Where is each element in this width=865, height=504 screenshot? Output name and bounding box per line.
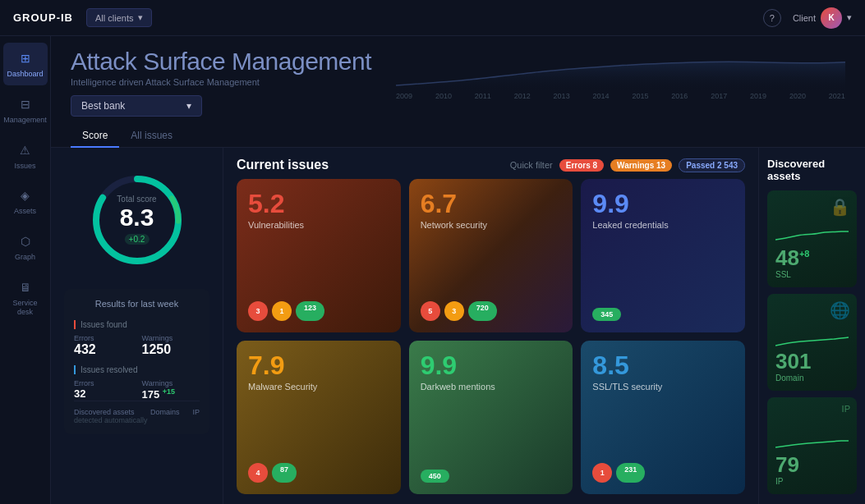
malware-score: 7.9	[248, 352, 389, 378]
sidebar-label-graph: Graph	[15, 253, 35, 262]
avatar: K	[821, 7, 842, 29]
bank-selector: Best bank ▾	[71, 95, 371, 117]
asset-card-ip: IP 79 IP	[767, 397, 857, 494]
malware-error-badge: 4	[248, 463, 268, 483]
vuln-error-badge: 3	[248, 301, 268, 321]
issue-card-network[interactable]: 6.7 Network security 5 3 720	[409, 179, 573, 332]
timeline-svg	[396, 51, 845, 92]
sidebar-item-dashboard[interactable]: ⊞ Dashboard	[3, 43, 48, 85]
sidebar: ⊞ Dashboard ⊟ Management ⚠ Issues ◈ Asse…	[0, 36, 51, 504]
dropdown-chevron-icon: ▾	[138, 12, 143, 23]
timeline-section: 2009 2010 2011 2012 2013 2014 2015 2016 …	[396, 48, 845, 100]
results-title: Results for last week	[74, 299, 200, 309]
domains-label: Domains	[150, 408, 180, 416]
sidebar-label-servicedesk: Service desk	[7, 299, 44, 317]
warnings-resolved-col: Warnings 175 +15	[142, 379, 200, 401]
score-label: Total score	[117, 195, 156, 204]
ssl-icon: 🔒	[830, 197, 850, 217]
errors-filter-badge[interactable]: Errors 8	[559, 159, 604, 172]
tab-all-issues[interactable]: All issues	[119, 125, 184, 148]
ip-label: IP	[192, 408, 200, 416]
ip-type: IP	[775, 477, 849, 486]
domain-type: Domain	[775, 373, 849, 383]
warnings-found-value: 1250	[142, 342, 200, 357]
page-title: Attack Surface Management	[71, 48, 371, 76]
tab-score[interactable]: Score	[71, 125, 119, 148]
network-name: Network security	[421, 220, 562, 230]
logo: GROUP-IB	[13, 11, 73, 24]
content-body: Total score 8.3 +0.2 Results for last we…	[51, 148, 865, 504]
asset-card-domain: 🌐 301 Domain	[767, 294, 857, 391]
quick-filter: Quick filter Errors 8 Warnings 13 Passed…	[510, 158, 745, 172]
domain-sparkline	[775, 331, 849, 347]
servicedesk-icon: 🖥	[16, 278, 35, 296]
tabs-bar: Score All issues	[51, 117, 865, 148]
leaked-badges: 345	[592, 301, 734, 321]
main-layout: ⊞ Dashboard ⊟ Management ⚠ Issues ◈ Asse…	[0, 36, 865, 504]
bank-chevron-icon: ▾	[186, 100, 191, 112]
issues-resolved-label: Issues resolved	[74, 365, 200, 374]
network-warning-badge: 3	[444, 301, 464, 321]
leaked-passed-badge: 345	[592, 308, 621, 321]
errors-resolved-value: 32	[74, 387, 132, 400]
passed-filter-badge[interactable]: Passed 2 543	[679, 158, 745, 172]
darkweb-score: 9.9	[421, 352, 562, 378]
score-section: Total score 8.3 +0.2	[64, 161, 209, 279]
sidebar-label-issues: Issues	[14, 162, 35, 171]
sidebar-item-issues[interactable]: ⚠ Issues	[3, 135, 48, 177]
ssltls-name: SSL/TLS security	[592, 382, 734, 392]
issue-card-vulnerabilities[interactable]: 5.2 Vulnerabilities 3 1 123	[237, 179, 401, 332]
leaked-name: Leaked credentials	[592, 220, 734, 230]
timeline-chart	[396, 51, 845, 92]
errors-label: Errors	[74, 334, 132, 342]
management-icon: ⊟	[16, 95, 35, 113]
dashboard-icon: ⊞	[16, 49, 35, 67]
sidebar-item-assets[interactable]: ◈ Assets	[3, 180, 48, 222]
network-passed-badge: 720	[468, 301, 497, 321]
help-button[interactable]: ?	[763, 9, 781, 27]
ssltls-error-badge: 1	[592, 463, 612, 483]
sidebar-item-management[interactable]: ⊟ Management	[3, 89, 48, 131]
score-inner: Total score 8.3 +0.2	[117, 195, 156, 245]
quick-filter-label: Quick filter	[510, 160, 553, 170]
graph-icon: ⬡	[16, 232, 35, 250]
vuln-score: 5.2	[248, 190, 389, 217]
issue-card-darkweb[interactable]: 9.9 Darkweb mentions 450	[409, 341, 573, 494]
warnings-filter-badge[interactable]: Warnings 13	[610, 159, 672, 172]
discovered-row: Discovered assets detected automatically…	[74, 401, 200, 424]
score-value: 8.3	[117, 204, 156, 231]
client-label: Client	[793, 13, 816, 23]
title-light: Management	[232, 48, 371, 75]
sidebar-item-servicedesk[interactable]: 🖥 Service desk	[3, 272, 48, 323]
content-header: Attack Surface Management Intelligence d…	[51, 36, 865, 117]
issues-icon: ⚠	[16, 141, 35, 159]
network-badges: 5 3 720	[421, 295, 562, 321]
darkweb-name: Darkweb mentions	[421, 382, 562, 392]
nav-right: ? Client K ▾	[763, 7, 852, 29]
bank-select-dropdown[interactable]: Best bank ▾	[71, 95, 202, 117]
page-subtitle: Intelligence driven Attack Surface Manag…	[71, 77, 371, 87]
timeline-labels: 2009 2010 2011 2012 2013 2014 2015 2016 …	[396, 92, 845, 100]
issues-grid: 5.2 Vulnerabilities 3 1 123 6.7 Network …	[237, 179, 745, 494]
discovered-label-col: Discovered assets detected automatically	[74, 408, 148, 424]
issue-card-ssltls[interactable]: 8.5 SSL/TLS security 1 231	[581, 341, 745, 494]
score-delta: +0.2	[125, 234, 150, 245]
vuln-warning-badge: 1	[272, 301, 292, 321]
nav-left: GROUP-IB All clients ▾	[13, 8, 152, 27]
issue-card-malware[interactable]: 7.9 Malware Security 4 87	[237, 341, 401, 494]
ssl-delta: +8	[799, 249, 810, 259]
sidebar-label-dashboard: Dashboard	[7, 70, 43, 79]
client-menu[interactable]: Client K ▾	[793, 7, 852, 29]
assets-title: Discovered assets	[767, 158, 857, 182]
discovered-types: Domains IP	[150, 408, 200, 416]
timeline-area	[396, 62, 845, 92]
ip-sparkline	[775, 434, 849, 451]
title-bold: Attack Surface	[71, 48, 225, 75]
right-panel: Discovered assets 🔒 48+8 SSL 🌐	[758, 148, 865, 504]
sidebar-label-management: Management	[3, 116, 47, 125]
issue-card-leaked[interactable]: 9.9 Leaked credentials 345	[581, 179, 745, 332]
errors-found-col: Errors 432	[74, 334, 132, 357]
all-clients-filter[interactable]: All clients ▾	[86, 8, 152, 27]
sidebar-item-graph[interactable]: ⬡ Graph	[3, 226, 48, 268]
score-circle: Total score 8.3 +0.2	[88, 171, 186, 269]
